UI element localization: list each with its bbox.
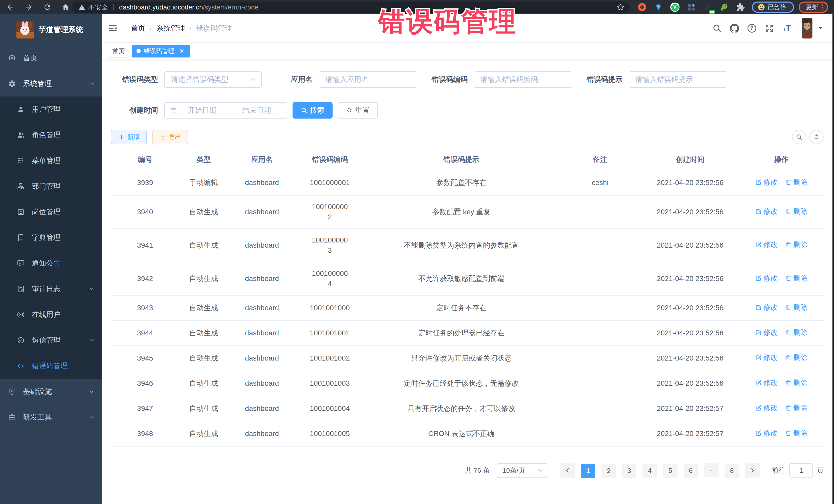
fullscreen-icon[interactable]	[762, 17, 777, 40]
delete-link[interactable]: 删除	[785, 352, 808, 364]
next-page-button[interactable]	[745, 463, 760, 478]
sidebar-item-8[interactable]: 字典管理	[0, 225, 102, 250]
error-msg-input[interactable]: 请输入错误码提示	[629, 71, 727, 88]
browser-forward-icon[interactable]	[23, 2, 35, 13]
user-menu[interactable]	[802, 18, 824, 39]
pager-page-6[interactable]: 6	[684, 464, 698, 478]
delete-link[interactable]: 删除	[785, 302, 808, 313]
sidebar-item-label: 系统管理	[23, 79, 52, 89]
pager-page-1[interactable]: 1	[581, 464, 595, 478]
edit-link[interactable]: 修改	[755, 377, 778, 389]
sidebar-item-15[interactable]: 研发工具	[0, 404, 102, 430]
sidebar-item-label: 在线用户	[32, 310, 61, 320]
sidebar-toggle-icon[interactable]	[102, 23, 123, 33]
sidebar-item-7[interactable]: 岗位管理	[0, 199, 102, 225]
date-start-input[interactable]: 开始日期	[177, 106, 227, 115]
sidebar-item-14[interactable]: 基础设施	[0, 379, 102, 404]
address-bar[interactable]: 不安全 dashboard.yudao.iocoder.cn/system/er…	[72, 2, 630, 13]
sidebar-item-4[interactable]: 角色管理	[0, 122, 102, 148]
edit-link[interactable]: 修改	[755, 177, 778, 188]
pager-page-2[interactable]: 2	[601, 464, 616, 478]
edit-link[interactable]: 修改	[755, 352, 778, 364]
create-time-range-picker[interactable]: 开始日期 - 结束日期	[164, 102, 287, 118]
sidebar-item-3[interactable]: 用户管理	[0, 96, 102, 122]
delete-link[interactable]: 删除	[785, 377, 808, 389]
font-size-icon[interactable]: TT	[779, 17, 794, 40]
browser-profile-chip[interactable]: 已暂停	[752, 2, 794, 13]
dashboard-icon	[8, 54, 16, 62]
goto-page-input[interactable]: 1	[789, 463, 813, 478]
pagination: 共 76 条 10条/页 1234568 前往 1 页	[111, 463, 824, 478]
cell-code: 100100000 4	[296, 262, 364, 295]
delete-link[interactable]: 删除	[785, 402, 808, 414]
edit-link[interactable]: 修改	[755, 302, 778, 313]
sidebar-item-1[interactable]: 首页	[0, 45, 102, 71]
edit-link[interactable]: 修改	[755, 272, 778, 284]
pager-page-4[interactable]: 4	[642, 464, 657, 478]
sidebar-item-9[interactable]: 通知公告	[0, 250, 102, 276]
pager-more-button[interactable]	[704, 463, 719, 477]
tab-close-icon[interactable]: ✕	[178, 47, 185, 54]
delete-link[interactable]: 删除	[785, 327, 808, 338]
bookmark-star-icon[interactable]	[616, 3, 624, 11]
breadcrumb-item[interactable]: 系统管理	[156, 23, 185, 33]
date-end-input[interactable]: 结束日期	[232, 106, 282, 115]
sidebar-item-13[interactable]: 错误码管理	[0, 353, 102, 379]
cell-memo	[559, 262, 641, 295]
export-button[interactable]: 导出	[152, 130, 188, 144]
window-scrollbar[interactable]	[832, 14, 834, 504]
extension-green-v-icon[interactable]: V	[668, 1, 682, 14]
edit-link[interactable]: 修改	[755, 239, 778, 250]
refresh-button[interactable]	[809, 130, 824, 144]
page-size-select[interactable]: 10条/页	[497, 463, 548, 478]
sidebar-item-11[interactable]: 在线用户	[0, 302, 102, 327]
tab-2[interactable]: 错误码管理✕	[132, 45, 190, 58]
pager-page-3[interactable]: 3	[622, 464, 636, 478]
reset-button[interactable]: 重置	[338, 102, 378, 118]
sidebar-item-2[interactable]: 系统管理	[0, 71, 102, 96]
sidebar-item-6[interactable]: 部门管理	[0, 174, 102, 199]
extensions-puzzle-icon[interactable]	[734, 1, 747, 14]
browser-menu-kebab-icon[interactable]	[822, 4, 823, 11]
browser-update-button[interactable]: 更新	[798, 2, 828, 13]
cell-app: dashboard	[228, 371, 296, 396]
help-icon[interactable]: ?	[744, 17, 760, 40]
error-code-input[interactable]: 请输入错误码编码	[474, 71, 572, 88]
browser-home-icon[interactable]	[60, 2, 71, 13]
toggle-search-button[interactable]	[792, 130, 806, 144]
add-button[interactable]: 新增	[111, 130, 147, 144]
sidebar-item-10[interactable]: 审计日志	[0, 276, 102, 302]
delete-link[interactable]: 删除	[785, 206, 808, 217]
prev-page-button[interactable]	[561, 463, 575, 478]
cell-code: 1001001003	[296, 371, 364, 396]
pager-page-5[interactable]: 5	[663, 464, 678, 478]
delete-link[interactable]: 删除	[785, 272, 808, 284]
error-code-type-select[interactable]: 请选择错误码类型	[164, 71, 262, 88]
signal-icon	[17, 311, 25, 319]
cell-code: 1001001005	[296, 421, 364, 446]
tab-1[interactable]: 首页	[108, 45, 129, 58]
search-button[interactable]: 搜索	[292, 102, 333, 118]
edit-link[interactable]: 修改	[755, 327, 778, 338]
app-name-input[interactable]: 请输入应用名	[319, 71, 417, 88]
extension-blue-gem-icon[interactable]	[652, 1, 665, 14]
sidebar-logo[interactable]: 芋道管理系统	[0, 14, 102, 45]
edit-link[interactable]: 修改	[755, 206, 778, 217]
delete-link[interactable]: 删除	[785, 177, 808, 188]
edit-link[interactable]: 修改	[755, 402, 778, 414]
extension-key-icon[interactable]	[718, 1, 731, 14]
extension-orange-ring-icon[interactable]	[635, 1, 649, 14]
edit-link[interactable]: 修改	[755, 428, 778, 439]
browser-back-icon[interactable]	[5, 2, 16, 13]
breadcrumb-item[interactable]: 首页	[131, 23, 145, 33]
sidebar-item-5[interactable]: 菜单管理	[0, 148, 102, 174]
sidebar-item-12[interactable]: 短信管理	[0, 327, 102, 353]
delete-link[interactable]: 删除	[785, 239, 808, 250]
browser-reload-icon[interactable]	[42, 2, 53, 13]
extension-list-icon[interactable]: on	[701, 1, 715, 14]
delete-link[interactable]: 删除	[785, 428, 808, 439]
extension-grid-icon[interactable]	[685, 1, 698, 14]
github-icon[interactable]	[727, 17, 742, 40]
pager-page-8[interactable]: 8	[725, 464, 739, 478]
header-search-icon[interactable]	[709, 17, 725, 40]
